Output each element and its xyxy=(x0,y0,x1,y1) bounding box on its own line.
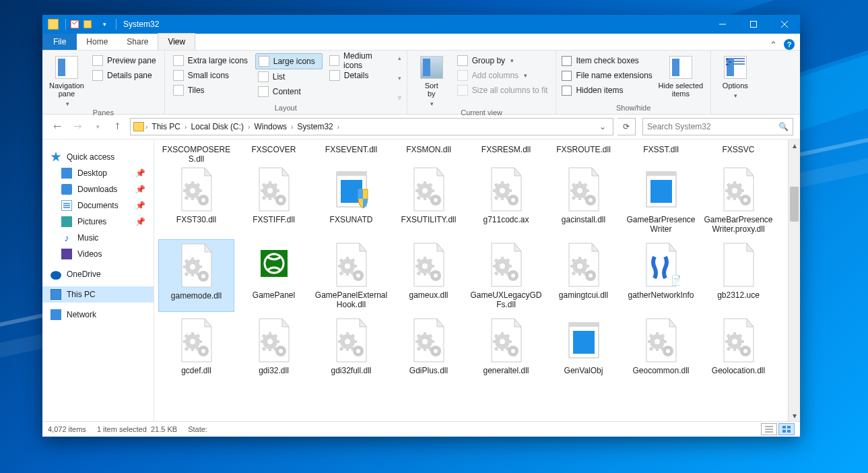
titlebar[interactable]: ▾ System32 xyxy=(42,15,800,34)
sidebar-network[interactable]: Network xyxy=(42,307,154,323)
file-item[interactable]: FXSROUTE.dll xyxy=(545,142,622,161)
sidebar-this-pc[interactable]: This PC xyxy=(42,286,154,303)
qat-newfolder-icon[interactable] xyxy=(84,18,96,30)
qat-customize-icon[interactable]: ▾ xyxy=(98,18,110,30)
scroll-thumb[interactable] xyxy=(790,187,799,222)
sidebar-documents[interactable]: Documents📌 xyxy=(42,197,154,214)
view-tiles-button[interactable]: Tiles xyxy=(170,83,251,98)
maximize-button[interactable] xyxy=(738,15,769,34)
scroll-down-icon[interactable]: ▾ xyxy=(789,410,800,421)
file-item[interactable]: GdiPlus.dll xyxy=(391,315,467,378)
navigation-pane-button[interactable]: Navigation pane ▾ xyxy=(48,53,86,107)
file-pane[interactable]: FXSCOMPOSERES.dllFXSCOVERFXSEVENT.dllFXS… xyxy=(154,139,800,421)
breadcrumb-segment[interactable]: System32 xyxy=(294,122,335,131)
breadcrumb-segment[interactable]: Local Disk (C:) xyxy=(188,122,246,131)
breadcrumb-segment[interactable]: This PC xyxy=(149,122,183,131)
help-icon[interactable]: ? xyxy=(784,39,795,50)
sort-by-button[interactable]: Sort by ▾ xyxy=(413,53,450,107)
address-bar[interactable]: › This PC›Local Disk (C:)›Windows›System… xyxy=(130,118,613,135)
address-dropdown-icon[interactable]: ⌄ xyxy=(595,122,610,131)
options-button[interactable]: Options ▾ xyxy=(716,53,754,102)
search-input[interactable]: Search System32 🔍 xyxy=(642,118,793,135)
file-item[interactable]: GameBarPresenceWriter.proxy.dll xyxy=(700,164,776,236)
sidebar-videos[interactable]: Videos xyxy=(42,246,154,262)
group-by-button[interactable]: Group by▾ xyxy=(455,53,551,68)
file-item[interactable]: GameBarPresenceWriter xyxy=(623,164,699,236)
qat-properties-icon[interactable] xyxy=(69,18,81,30)
close-button[interactable] xyxy=(769,15,800,34)
scroll-up-icon[interactable]: ▴ xyxy=(789,139,800,151)
tab-view[interactable]: View xyxy=(158,33,195,50)
tab-share[interactable]: Share xyxy=(117,34,158,50)
file-item[interactable]: Geocommon.dll xyxy=(623,315,699,378)
file-item[interactable]: GameUXLegacyGDFs.dll xyxy=(468,239,544,312)
file-extensions-toggle[interactable]: File name extensions xyxy=(562,68,652,83)
back-button[interactable]: 🡐 xyxy=(49,119,65,135)
chevron-right-icon[interactable]: › xyxy=(290,123,294,131)
view-content-button[interactable]: Content xyxy=(255,84,323,99)
file-item[interactable]: GenValObj xyxy=(545,315,622,378)
file-item[interactable]: FXSCOMPOSERES.dll xyxy=(158,142,234,161)
file-item[interactable]: FXSRESM.dll xyxy=(468,142,544,161)
file-item[interactable]: gdi32full.dll xyxy=(313,315,389,378)
nav-sidebar[interactable]: Quick access Desktop📌 Downloads📌 Documen… xyxy=(42,139,154,421)
sidebar-music[interactable]: ♪Music xyxy=(42,230,154,246)
chevron-right-icon[interactable]: › xyxy=(336,123,341,131)
file-item[interactable]: FXSUTILITY.dll xyxy=(391,164,467,236)
refresh-button[interactable]: ⟳ xyxy=(617,118,636,135)
file-item[interactable]: gacinstall.dll xyxy=(545,164,622,236)
layout-scroll-up-icon[interactable]: ▴ xyxy=(398,55,401,61)
file-item[interactable]: 📄gatherNetworkInfo xyxy=(623,239,699,312)
view-small-button[interactable]: Small icons xyxy=(170,68,251,83)
file-item[interactable]: GamePanel xyxy=(236,239,312,312)
vertical-scrollbar[interactable]: ▴ ▾ xyxy=(788,139,800,421)
file-item[interactable]: gamemode.dll xyxy=(158,239,234,312)
file-item[interactable]: g711codc.ax xyxy=(468,164,544,236)
file-item[interactable]: gb2312.uce xyxy=(700,239,776,312)
tab-home[interactable]: Home xyxy=(77,34,117,50)
item-checkboxes-toggle[interactable]: Item check boxes xyxy=(562,53,652,68)
layout-scroll-down-icon[interactable]: ▾ xyxy=(398,75,401,82)
up-button[interactable]: 🡑 xyxy=(110,119,126,135)
minimize-button[interactable] xyxy=(707,15,738,34)
details-pane-button[interactable]: Details pane xyxy=(90,68,159,83)
file-item[interactable]: GamePanelExternalHook.dll xyxy=(313,239,389,312)
view-details-button[interactable]: Details xyxy=(327,68,394,83)
sidebar-downloads[interactable]: Downloads📌 xyxy=(42,181,154,197)
forward-button[interactable]: 🡒 xyxy=(69,119,86,135)
file-item[interactable]: FXSST.dll xyxy=(623,142,699,161)
sidebar-onedrive[interactable]: OneDrive xyxy=(42,266,154,282)
chevron-right-icon[interactable]: › xyxy=(183,123,188,131)
hide-selected-button[interactable]: Hide selected items xyxy=(657,53,705,102)
collapse-ribbon-icon[interactable]: ⌃ xyxy=(770,40,777,50)
file-item[interactable]: FXSSVC xyxy=(700,142,776,161)
details-view-button[interactable] xyxy=(761,423,777,435)
file-item[interactable]: FXSMON.dll xyxy=(391,142,467,161)
sidebar-pictures[interactable]: Pictures📌 xyxy=(42,214,154,230)
file-item[interactable]: FXSUNATD xyxy=(313,164,389,236)
chevron-right-icon[interactable]: › xyxy=(246,123,251,131)
icons-view-button[interactable] xyxy=(778,423,795,435)
sidebar-desktop[interactable]: Desktop📌 xyxy=(42,165,154,181)
view-large-button[interactable]: Large icons xyxy=(255,53,323,69)
file-item[interactable]: FXSEVENT.dll xyxy=(313,142,389,161)
file-item[interactable]: gamingtcui.dll xyxy=(545,239,622,312)
file-item[interactable]: Geolocation.dll xyxy=(700,315,776,378)
file-item[interactable]: FXSCOVER xyxy=(236,142,312,161)
tab-file[interactable]: File xyxy=(42,34,77,50)
file-item[interactable]: FXSTIFF.dll xyxy=(236,164,312,236)
file-item[interactable]: gdi32.dll xyxy=(236,315,312,378)
file-item[interactable]: FXST30.dll xyxy=(158,164,234,236)
sidebar-quick-access[interactable]: Quick access xyxy=(42,149,154,165)
preview-pane-button[interactable]: Preview pane xyxy=(90,53,159,68)
view-list-button[interactable]: List xyxy=(255,69,323,84)
breadcrumb-segment[interactable]: Windows xyxy=(251,122,290,131)
file-item[interactable]: gameux.dll xyxy=(391,239,467,312)
view-medium-button[interactable]: Medium icons xyxy=(327,53,394,68)
view-extra-large-button[interactable]: Extra large icons xyxy=(170,53,251,68)
layout-more-icon[interactable]: ▿ xyxy=(398,94,401,101)
recent-locations-button[interactable]: ▾ xyxy=(90,119,106,135)
file-item[interactable]: generaltel.dll xyxy=(468,315,544,378)
hidden-items-toggle[interactable]: Hidden items xyxy=(562,83,652,98)
file-item[interactable]: gcdef.dll xyxy=(158,315,234,378)
